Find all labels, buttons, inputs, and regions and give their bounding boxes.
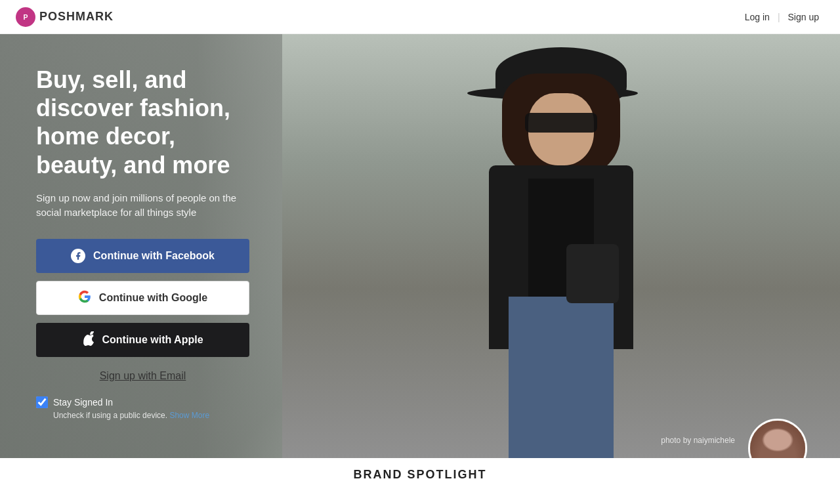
- facebook-button[interactable]: Continue with Facebook: [36, 239, 249, 273]
- nav-divider: |: [778, 12, 780, 22]
- stay-signed-checkbox[interactable]: [36, 396, 48, 408]
- hero-section: Buy, sell, and discover fashion, home de…: [0, 34, 840, 491]
- hero-figure: [282, 34, 840, 458]
- photo-credit: photo by naiymichele: [661, 436, 735, 445]
- stay-signed-section: Stay Signed In Uncheck if using a public…: [36, 396, 246, 420]
- logo-text: POSHMARK: [39, 10, 114, 24]
- hero-subtitle: Sign up now and join millions of people …: [36, 191, 246, 220]
- header-nav: Log in | Sign up: [740, 9, 824, 25]
- apple-icon: [82, 331, 94, 348]
- svg-text:P: P: [23, 12, 28, 20]
- logo-icon: P: [16, 7, 35, 27]
- facebook-button-label: Continue with Facebook: [93, 250, 215, 262]
- brand-spotlight: BRAND SPOTLIGHT: [0, 458, 840, 491]
- email-button-label: Sign up with Email: [100, 370, 186, 381]
- apple-button-label: Continue with Apple: [102, 334, 203, 346]
- show-more-link[interactable]: Show More: [169, 411, 209, 420]
- header: P POSHMARK Log in | Sign up: [0, 0, 840, 34]
- google-button-label: Continue with Google: [99, 292, 207, 304]
- stay-signed-note: Uncheck if using a public device. Show M…: [36, 411, 246, 420]
- signup-link[interactable]: Sign up: [783, 9, 824, 25]
- logo[interactable]: P POSHMARK: [16, 7, 114, 27]
- google-button[interactable]: Continue with Google: [36, 281, 249, 315]
- hero-content: Buy, sell, and discover fashion, home de…: [0, 34, 282, 491]
- hero-title: Buy, sell, and discover fashion, home de…: [36, 66, 246, 179]
- google-icon: [78, 290, 91, 306]
- stay-signed-label: Stay Signed In: [53, 397, 113, 408]
- stay-signed-note-text: Uncheck if using a public device.: [53, 411, 167, 420]
- stay-signed-row: Stay Signed In: [36, 396, 246, 408]
- login-link[interactable]: Log in: [740, 9, 775, 25]
- brand-spotlight-text: BRAND SPOTLIGHT: [354, 468, 487, 482]
- email-button[interactable]: Sign up with Email: [36, 370, 249, 382]
- facebook-icon: [71, 249, 85, 263]
- apple-button[interactable]: Continue with Apple: [36, 323, 249, 357]
